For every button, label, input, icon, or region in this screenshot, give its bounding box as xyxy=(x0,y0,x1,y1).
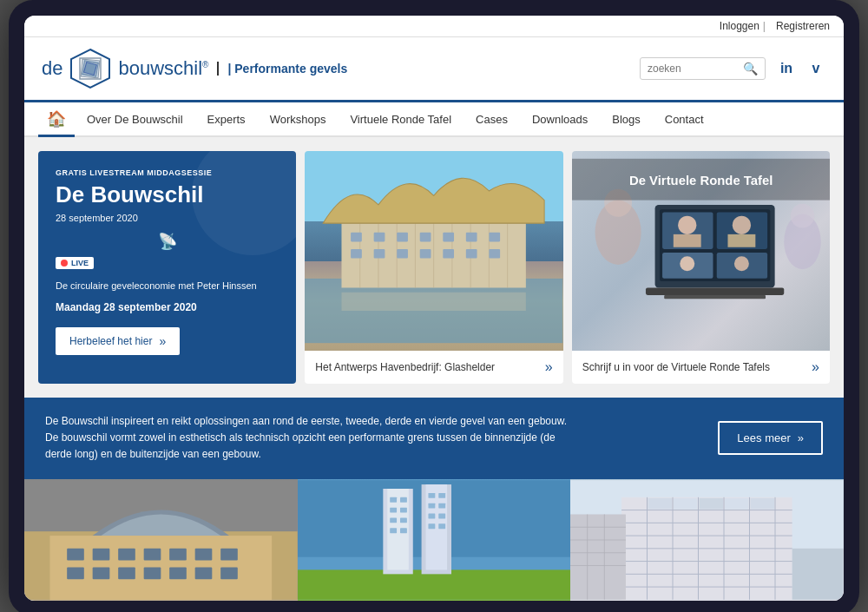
svg-text:De Virtuele Ronde Tafel: De Virtuele Ronde Tafel xyxy=(629,174,773,188)
nav-downloads[interactable]: Downloads xyxy=(520,104,600,135)
building-image-1[interactable] xyxy=(24,479,298,601)
svg-rect-23 xyxy=(490,233,501,242)
svg-rect-84 xyxy=(428,492,435,497)
svg-rect-68 xyxy=(220,567,238,579)
svg-rect-86 xyxy=(428,503,435,508)
svg-rect-108 xyxy=(648,497,673,509)
svg-rect-112 xyxy=(751,497,775,509)
livestream-date-small: 28 september 2020 xyxy=(56,213,279,223)
nav: 🏠 Over De Bouwschil Experts Workshops Vi… xyxy=(24,102,844,137)
register-link[interactable]: Registreren xyxy=(776,20,830,32)
nav-workshops[interactable]: Workshops xyxy=(258,104,339,135)
svg-rect-82 xyxy=(390,528,397,533)
nav-experts[interactable]: Experts xyxy=(195,104,258,135)
vimeo-icon[interactable]: v xyxy=(806,58,826,79)
vrt-caption-text: Schrijf u in voor de Virtuele Ronde Tafe… xyxy=(582,361,770,373)
antwerp-image xyxy=(305,151,562,351)
live-dot xyxy=(61,260,68,267)
search-input[interactable] xyxy=(648,63,743,75)
lees-meer-label: Lees meer xyxy=(737,431,790,444)
svg-rect-40 xyxy=(673,234,700,247)
svg-rect-61 xyxy=(220,548,238,560)
antwerp-building-svg xyxy=(305,151,562,351)
svg-rect-90 xyxy=(428,523,435,529)
svg-rect-56 xyxy=(93,548,110,560)
nav-cases[interactable]: Cases xyxy=(464,104,520,135)
livestream-date-main: Maandag 28 september 2020 xyxy=(56,301,279,313)
vrt-caption[interactable]: Schrijf u in voor de Virtuele Ronde Tafe… xyxy=(572,351,830,384)
bottom-grid xyxy=(24,479,844,601)
hero-card-vrt[interactable]: De Virtuele Ronde Tafel Schrijf u in voo… xyxy=(572,151,830,384)
building-svg-1 xyxy=(24,479,298,601)
nav-contact[interactable]: Contact xyxy=(653,104,716,135)
svg-rect-64 xyxy=(118,567,135,579)
top-bar: Inloggen | Registreren xyxy=(24,16,844,37)
header-right: 🔍 in v xyxy=(640,57,826,80)
lees-meer-button[interactable]: Lees meer » xyxy=(718,421,823,455)
social-icons: in v xyxy=(776,58,826,79)
logo-icon xyxy=(68,46,113,91)
antwerp-arrow: » xyxy=(545,359,553,375)
svg-point-39 xyxy=(678,216,696,234)
nav-vrt[interactable]: Virtuele Ronde Tafel xyxy=(338,104,464,135)
svg-rect-60 xyxy=(195,548,213,560)
svg-rect-43 xyxy=(727,234,755,247)
info-strip: De Bouwschil inspireert en reikt oplossi… xyxy=(24,398,844,479)
svg-rect-77 xyxy=(400,497,407,502)
svg-point-42 xyxy=(732,216,750,234)
nav-over[interactable]: Over De Bouwschil xyxy=(75,104,195,135)
svg-rect-29 xyxy=(466,249,477,259)
svg-rect-48 xyxy=(646,287,784,294)
login-link[interactable]: Inloggen xyxy=(720,20,760,32)
svg-rect-24 xyxy=(351,249,362,259)
svg-rect-89 xyxy=(438,513,445,518)
svg-rect-57 xyxy=(118,548,135,560)
herbeleef-button[interactable]: Herbeleef het hier » xyxy=(56,327,180,355)
svg-rect-83 xyxy=(400,528,407,533)
svg-rect-4 xyxy=(84,63,97,76)
header: de bouwschil® | Performante gevels xyxy=(24,37,844,102)
svg-rect-62 xyxy=(67,567,84,579)
hero-card-livestream: GRATIS LIVESTREAM MIDDAGSESSIE De Bouwsc… xyxy=(38,151,296,384)
linkedin-icon[interactable]: in xyxy=(776,58,797,79)
antwerp-caption[interactable]: Het Antwerps Havenbedrijf: Glashelder » xyxy=(305,351,562,384)
live-text: LIVE xyxy=(71,259,89,267)
svg-rect-55 xyxy=(67,548,84,560)
svg-rect-76 xyxy=(390,497,397,502)
logo-area: de bouwschil® | Performante gevels xyxy=(42,46,640,91)
logo-tagline: | Performante gevels xyxy=(217,62,347,76)
nav-blogs[interactable]: Blogs xyxy=(600,104,653,135)
svg-rect-63 xyxy=(93,567,110,579)
vrt-arrow: » xyxy=(812,359,819,375)
vrt-scene-svg: De Virtuele Ronde Tafel xyxy=(572,151,830,351)
hero-card-antwerp[interactable]: Het Antwerps Havenbedrijf: Glashelder » xyxy=(305,151,562,384)
svg-rect-26 xyxy=(398,249,409,259)
vrt-image: De Virtuele Ronde Tafel xyxy=(572,151,830,351)
svg-point-45 xyxy=(680,256,694,271)
herbeleef-arrow: » xyxy=(159,334,166,348)
device-frame: Inloggen | Registreren de bouwschil® xyxy=(9,0,859,612)
svg-rect-25 xyxy=(374,249,385,259)
search-icon[interactable]: 🔍 xyxy=(743,62,758,76)
svg-rect-66 xyxy=(169,567,187,579)
building-svg-3 xyxy=(570,479,844,601)
svg-rect-59 xyxy=(169,548,187,560)
building-image-3[interactable] xyxy=(570,479,844,601)
svg-rect-110 xyxy=(700,497,724,509)
building-image-2[interactable] xyxy=(298,479,571,601)
nav-home[interactable]: 🏠 xyxy=(38,102,75,135)
svg-rect-27 xyxy=(420,249,431,259)
svg-rect-85 xyxy=(438,492,445,497)
info-line3: derde long) en de buitenzijde van een ge… xyxy=(45,446,700,463)
svg-rect-22 xyxy=(466,233,477,242)
svg-rect-87 xyxy=(438,503,445,508)
info-line2: De bouwschil vormt zowel in esthetisch a… xyxy=(45,430,700,446)
svg-rect-78 xyxy=(390,507,397,512)
svg-rect-17 xyxy=(351,233,362,242)
livestream-description: De circulaire geveleconomie met Peter Hi… xyxy=(56,280,279,293)
lees-meer-arrow: » xyxy=(798,431,804,444)
svg-rect-80 xyxy=(390,517,397,523)
svg-rect-65 xyxy=(144,567,161,579)
livestream-title: De Bouwschil xyxy=(56,182,279,207)
svg-rect-88 xyxy=(428,513,435,518)
